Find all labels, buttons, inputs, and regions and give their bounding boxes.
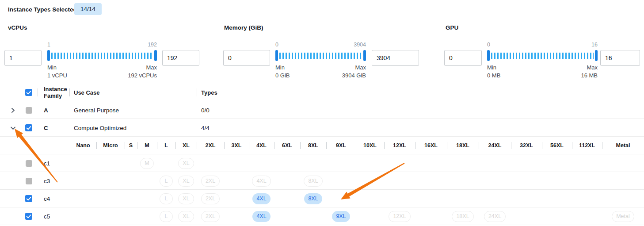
slider-max-handle[interactable] <box>363 50 366 61</box>
column-header-family: Instance Family <box>44 86 71 99</box>
slider-min-handle[interactable] <box>487 50 490 61</box>
size-pill-c5-metal: Metal <box>612 211 634 222</box>
slider-max-handle[interactable] <box>154 50 157 61</box>
size-cell: L <box>157 207 175 225</box>
size-column-header-9xl: 9XL <box>326 137 356 154</box>
group-checkbox-c[interactable] <box>25 124 32 131</box>
size-cell <box>300 154 326 172</box>
size-column-label: 2XL <box>206 142 216 149</box>
size-pill-c3-xl: XL <box>178 176 194 187</box>
selected-count-label: Instance Types Selected: <box>8 6 79 13</box>
size-column-header-m: M <box>137 137 157 154</box>
size-column-label: 18XL <box>456 142 469 149</box>
row-checkbox-c1 <box>26 160 32 167</box>
min-caption: Min <box>275 64 285 71</box>
size-column-label: Micro <box>103 142 118 149</box>
chevron-down-icon[interactable] <box>9 124 16 131</box>
size-column-label: M <box>145 142 149 149</box>
size-column-label: Nano <box>76 142 90 149</box>
slider-min-handle[interactable] <box>47 50 50 61</box>
slider-min-handle[interactable] <box>275 50 278 61</box>
size-pill-c4-2xl: 2XL <box>201 193 220 204</box>
size-column-label: 9XL <box>336 142 346 149</box>
size-cell <box>125 207 137 225</box>
size-column-label: L <box>164 142 168 149</box>
size-column-label: 10XL <box>363 142 377 149</box>
size-column-header-s: S <box>125 137 137 154</box>
size-column-header-micro: Micro <box>96 137 125 154</box>
size-cell: 4XL <box>249 190 274 207</box>
size-cell <box>447 172 479 190</box>
size-cell: L <box>157 172 175 190</box>
row-checkbox-c5[interactable] <box>25 213 32 220</box>
select-all-checkbox[interactable] <box>25 89 32 96</box>
size-pill-strip: MXL <box>70 154 644 172</box>
size-cell <box>96 172 125 190</box>
size-column-label: 32XL <box>520 142 533 149</box>
chevron-right-icon[interactable] <box>9 107 16 114</box>
row-family-label: c4 <box>44 190 50 207</box>
size-pill-c4-8xl[interactable]: 8XL <box>304 193 322 204</box>
size-column-header-112xl: 112XL <box>572 137 602 154</box>
size-cell <box>602 172 644 190</box>
size-cell <box>479 172 511 190</box>
group-row-c: C Compute Optimized 4/4 <box>0 119 644 137</box>
vcpus-max-input[interactable] <box>162 50 199 66</box>
size-pill-c5-9xl[interactable]: 9XL <box>332 211 350 222</box>
size-pill-strip: LXL2XL4XL9XL12XL18XL24XLMetal <box>70 207 644 225</box>
size-column-header-18xl: 18XL <box>447 137 479 154</box>
size-cell <box>137 172 157 190</box>
size-column-label: 6XL <box>282 142 292 149</box>
size-column-label: 8XL <box>308 142 318 149</box>
min-caption: Min <box>47 64 57 71</box>
slider-track[interactable] <box>47 50 157 61</box>
memory-min-input[interactable] <box>223 50 270 66</box>
row-checkbox-c4[interactable] <box>25 195 32 202</box>
group-family-label: A <box>44 101 48 119</box>
size-cell <box>542 154 572 172</box>
filter-title: Memory (GiB) <box>223 25 419 31</box>
family-rows: c1MXLc3LXL2XL4XL8XLc4LXL2XL4XL8XLc5LXL2X… <box>0 154 644 225</box>
vcpus-min-input[interactable] <box>4 50 42 66</box>
size-cell <box>224 207 249 225</box>
min-caption: Min <box>487 64 496 71</box>
column-header-use-case: Use Case <box>74 84 100 101</box>
memory-max-input[interactable] <box>372 50 419 66</box>
size-cell: L <box>157 190 175 207</box>
slider-ticks <box>51 53 153 59</box>
row-family-label: c5 <box>44 207 50 225</box>
table-row-c3: c3LXL2XL4XL8XL <box>0 172 644 190</box>
size-cell <box>602 154 644 172</box>
size-pill-c5-4xl[interactable]: 4XL <box>252 211 270 222</box>
max-caption: Max <box>146 64 157 71</box>
check-icon <box>25 195 32 202</box>
size-column-label: 12XL <box>393 142 406 149</box>
size-pill-strip: LXL2XL4XL8XL <box>70 190 644 207</box>
size-column-label: 24XL <box>488 142 502 149</box>
slider-max-handle[interactable] <box>595 50 598 61</box>
slider-max-tick-label: 16 <box>591 42 598 49</box>
slider-max-tick-label: 3904 <box>354 42 366 49</box>
size-pill-c3-4xl: 4XL <box>252 176 271 187</box>
size-cell <box>96 154 125 172</box>
size-cell: 24XL <box>479 207 511 225</box>
column-header-types: Types <box>201 84 217 101</box>
size-column-header-3xl: 3XL <box>224 137 249 154</box>
gpu-slider: 0 16 Min Max 0 MB 16 MB <box>487 42 598 79</box>
min-value-caption: 0 MB <box>487 72 500 79</box>
gpu-min-input[interactable] <box>444 50 482 66</box>
slider-track[interactable] <box>275 50 366 61</box>
gpu-max-input[interactable] <box>600 50 640 66</box>
size-cell: XL <box>175 190 197 207</box>
size-cell <box>356 154 384 172</box>
group-types-count: 0/0 <box>201 101 210 119</box>
size-cell <box>384 172 415 190</box>
group-family-label: C <box>44 119 48 137</box>
size-column-header-10xl: 10XL <box>356 137 384 154</box>
size-pill-c4-4xl[interactable]: 4XL <box>252 193 270 204</box>
filter-group-vcpus: vCPUs 1 192 Min Max 1 vCPU <box>4 25 199 79</box>
size-cell <box>511 207 542 225</box>
size-header-row: NanoMicroSMLXL2XL3XL4XL6XL8XL9XL10XL12XL… <box>0 137 644 154</box>
slider-track[interactable] <box>487 50 598 61</box>
size-column-label: XL <box>183 142 190 149</box>
